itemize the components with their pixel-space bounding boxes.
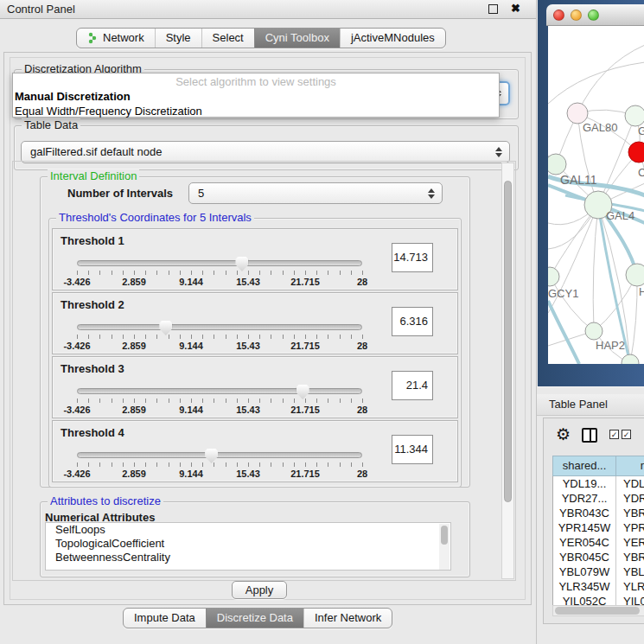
numerical-attributes-list[interactable]: SelfLoopsTopologicalCoefficientBetweenne… <box>45 522 451 571</box>
slider-track[interactable] <box>77 260 362 266</box>
scrollbar-thumb[interactable] <box>555 607 640 615</box>
table-row[interactable]: YDR27...YDR2 <box>553 491 644 506</box>
slider-tick-labels: -3.4262.8599.14415.4321.71528 <box>77 277 362 287</box>
group-title: Table Data <box>22 118 80 131</box>
dropdown-hint-item[interactable]: Select algorithm to view settings <box>13 74 499 89</box>
table-cell[interactable]: YPR145W <box>553 520 616 535</box>
network-window-titlebar[interactable] <box>546 4 644 26</box>
table-cell[interactable]: YER054C <box>553 535 616 550</box>
table-cell[interactable]: YBR0 <box>616 550 644 564</box>
list-item[interactable]: TopologicalCoefficient <box>46 537 450 551</box>
control-panel: Control Panel ✖ Network Style Select Cyn… <box>0 0 536 644</box>
zoom-traffic-light-icon[interactable] <box>588 10 599 21</box>
tick-label: -3.426 <box>63 341 90 351</box>
tab-select[interactable]: Select <box>201 29 254 48</box>
tick-label: -3.426 <box>63 469 90 479</box>
slider-thumb[interactable] <box>235 257 248 271</box>
group-title: Interval Definition <box>48 169 139 182</box>
float-window-icon[interactable] <box>488 4 498 14</box>
table-body: YDL19...YDL1YDR27...YDR2YBR043CYBR0YPR14… <box>552 476 644 609</box>
table-cell[interactable]: YER0 <box>616 535 644 550</box>
tab-infer-network[interactable]: Infer Network <box>303 609 392 628</box>
table-horizontal-scrollbar[interactable] <box>552 605 644 616</box>
threshold-value-field[interactable]: 6.316 <box>392 307 433 336</box>
list-item[interactable]: BetweennessCentrality <box>46 551 450 564</box>
minimize-traffic-light-icon[interactable] <box>571 10 582 21</box>
table-row[interactable]: YLR345WYLR3 <box>553 579 644 594</box>
gear-icon[interactable]: ⚙ <box>556 425 571 444</box>
columns-icon[interactable] <box>582 428 597 443</box>
threshold-value-field[interactable]: 21.4 <box>392 371 433 400</box>
slider-ticks <box>77 335 362 340</box>
settings-vertical-scrollbar[interactable] <box>501 163 514 579</box>
tab-style[interactable]: Style <box>155 29 201 48</box>
tab-label: Cyni Toolbox <box>265 29 329 48</box>
table-row[interactable]: YPR145WYPR1 <box>553 520 644 535</box>
table-panel-titlebar: Table Panel <box>537 394 644 416</box>
table-cell[interactable]: YLR345W <box>553 579 616 594</box>
table-cell[interactable]: YBR045C <box>553 550 616 564</box>
list-item[interactable]: SelfLoops <box>46 523 450 537</box>
table-row[interactable]: YBL079WYBL0 <box>553 564 644 579</box>
num-intervals-combobox[interactable]: 5 <box>188 182 443 204</box>
table-cell[interactable]: YLR3 <box>616 579 644 594</box>
num-intervals-value: 5 <box>189 183 442 203</box>
node-top-right[interactable] <box>625 105 644 126</box>
node-bottom[interactable] <box>622 354 639 364</box>
node-attribute-table: shared... name YDL19...YDL1YDR27...YDR2Y… <box>552 456 644 609</box>
tab-impute-data[interactable]: Impute Data <box>124 609 206 628</box>
table-cell[interactable]: YBL079W <box>553 564 616 579</box>
tab-jactivemnodules[interactable]: jActiveMNodules <box>340 29 445 48</box>
attributes-scrollbar[interactable] <box>439 524 450 571</box>
apply-button[interactable]: Apply <box>232 581 287 599</box>
tab-network[interactable]: Network <box>77 29 155 48</box>
column-header-name[interactable]: name <box>615 456 644 476</box>
table-cell[interactable]: YDR2 <box>616 491 644 506</box>
dropdown-item-manual-discretization[interactable]: Manual Discretization <box>13 89 499 104</box>
slider-thumb[interactable] <box>205 449 218 463</box>
node-hap2[interactable] <box>585 322 603 340</box>
table-row[interactable]: YBR043CYBR0 <box>553 506 644 520</box>
tab-discretize-data[interactable]: Discretize Data <box>206 609 303 628</box>
table-cell[interactable]: YBR043C <box>553 506 616 520</box>
combo-arrows-icon <box>495 147 502 157</box>
threshold-1-panel: Threshold 1 -3.4262.8599.14415.4321.7152… <box>52 228 458 290</box>
table-row[interactable]: YBR045CYBR0 <box>553 550 644 564</box>
threshold-value-field[interactable]: 11.344 <box>392 435 433 464</box>
table-cell[interactable]: YBR0 <box>616 506 644 520</box>
checkbox-icon[interactable]: ✓ <box>622 430 631 439</box>
slider-track[interactable] <box>77 452 362 458</box>
network-canvas[interactable]: GAL80 GA C GAL11 GAL4 GCY1 H HAP2 <box>548 26 644 364</box>
close-traffic-light-icon[interactable] <box>553 10 564 21</box>
slider-track[interactable] <box>77 388 362 394</box>
table-cell[interactable]: YBL0 <box>616 564 644 579</box>
column-header-shared-name[interactable]: shared... <box>552 456 615 476</box>
slider-ticks <box>77 271 362 276</box>
slider-thumb[interactable] <box>296 385 309 399</box>
group-title: Threshold's Coordinates for 5 Intervals <box>56 211 254 224</box>
checkbox-icon[interactable]: ✓ <box>609 430 619 439</box>
table-cell[interactable]: YDR27... <box>553 491 616 506</box>
slider-thumb[interactable] <box>159 321 172 335</box>
combo-arrows-icon <box>428 188 435 199</box>
tick-label: 28 <box>357 277 367 287</box>
table-cell[interactable]: YPR1 <box>616 520 644 535</box>
node-gal11[interactable] <box>548 154 566 175</box>
dropdown-item-equal-width-frequency[interactable]: Equal Width/Frequency Discretization <box>13 104 499 118</box>
panel-splitter[interactable] <box>537 386 644 394</box>
tick-label: 28 <box>357 405 367 415</box>
table-row[interactable]: YER054CYER0 <box>553 535 644 550</box>
close-icon[interactable]: ✖ <box>511 2 520 15</box>
tick-label: 9.144 <box>179 469 203 479</box>
threshold-value-field[interactable]: 14.713 <box>392 243 433 272</box>
threshold-label: Threshold 4 <box>61 426 124 439</box>
slider-tick-labels: -3.4262.8599.14415.4321.71528 <box>77 469 362 479</box>
tab-cyni-toolbox[interactable]: Cyni Toolbox <box>254 29 340 48</box>
node-gcy1[interactable] <box>548 267 559 286</box>
scrollbar-thumb[interactable] <box>504 181 512 502</box>
table-cell[interactable]: YDL19... <box>553 476 616 491</box>
node-h[interactable] <box>626 264 644 286</box>
table-cell[interactable]: YDL1 <box>616 476 644 491</box>
slider-track[interactable] <box>77 324 362 330</box>
table-row[interactable]: YDL19...YDL1 <box>553 476 644 491</box>
